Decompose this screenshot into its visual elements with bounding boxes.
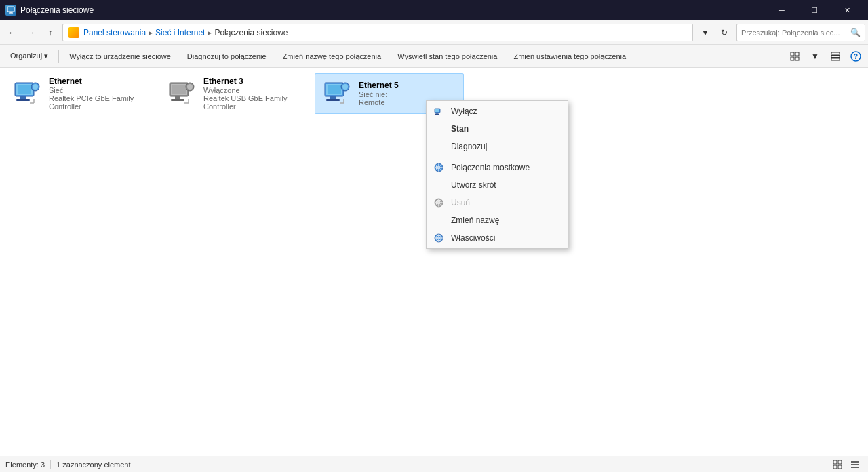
back-button[interactable]: ←: [3, 23, 22, 42]
forward-button[interactable]: →: [22, 23, 41, 42]
svg-rect-16: [16, 99, 30, 101]
disable-network-button[interactable]: Wyłącz to urządzenie sieciowe: [62, 47, 178, 65]
ethernet3-name: Ethernet 3: [203, 77, 304, 86]
help-button[interactable]: ?: [846, 47, 865, 65]
context-menu-diagnose[interactable]: Diagnozuj: [427, 138, 568, 155]
view-list-button[interactable]: [826, 47, 845, 65]
ethernet-name: Ethernet: [49, 77, 149, 86]
svg-rect-7: [831, 52, 840, 54]
svg-text:?: ?: [854, 53, 858, 60]
search-input[interactable]: [741, 28, 850, 37]
svg-rect-23: [172, 85, 186, 94]
context-menu: Wyłącz Stan Diagnozuj Połączenia mostkow…: [426, 100, 568, 249]
svg-rect-5: [791, 57, 794, 60]
search-bar[interactable]: 🔍: [736, 24, 865, 41]
organize-button[interactable]: Organizuj ▾: [3, 47, 56, 65]
svg-rect-3: [791, 52, 794, 56]
disable-icon: [432, 104, 446, 118]
breadcrumb-network[interactable]: Sieć i Internet: [155, 28, 205, 37]
network-item-ethernet3[interactable]: Ethernet 3 Wyłączone Realtek USB GbE Fam…: [160, 73, 309, 114]
context-menu-delete: Usuń: [427, 194, 568, 212]
ethernet3-adapter: Realtek USB GbE Family Controller: [203, 94, 304, 111]
context-menu-stan[interactable]: Stan: [427, 120, 568, 138]
ethernet3-info: Ethernet 3 Wyłączone Realtek USB GbE Fam…: [203, 77, 304, 111]
svg-point-36: [342, 84, 348, 90]
context-menu-shortcut[interactable]: Utwórz skrót: [427, 176, 568, 194]
context-menu-bridge[interactable]: Połączenia mostkowe: [427, 159, 568, 176]
ethernet5-status: Sieć nie:: [359, 90, 458, 98]
svg-rect-14: [18, 85, 31, 94]
close-button[interactable]: ✕: [831, 0, 863, 20]
svg-rect-0: [7, 7, 14, 12]
svg-rect-58: [833, 460, 837, 464]
minimize-button[interactable]: ─: [766, 0, 797, 20]
app-icon: [5, 5, 16, 16]
svg-rect-40: [435, 109, 439, 112]
context-bridge-label: Połączenia mostkowe: [451, 163, 530, 172]
ethernet-status: Sieć: [49, 86, 149, 94]
svg-rect-34: [326, 99, 340, 101]
breadcrumb-sep-2: ▸: [208, 28, 212, 37]
svg-rect-8: [831, 55, 840, 57]
context-properties-label: Właściwości: [451, 233, 495, 243]
view-dropdown-button[interactable]: ▼: [806, 47, 825, 65]
svg-rect-15: [20, 96, 26, 99]
breadcrumb-sep-1: ▸: [149, 28, 153, 37]
breadcrumb: Panel sterowania ▸ Sieć i Internet ▸ Poł…: [62, 24, 693, 41]
svg-rect-6: [795, 57, 799, 60]
context-menu-properties[interactable]: Właściwości: [427, 229, 568, 247]
window-title: Połączenia sieciowe: [20, 5, 766, 15]
svg-rect-32: [328, 85, 341, 94]
status-view-controls: [830, 458, 863, 471]
refresh-button[interactable]: ↻: [715, 23, 734, 42]
breadcrumb-icon: [68, 27, 79, 38]
svg-rect-4: [795, 52, 799, 56]
maximize-button[interactable]: ☐: [799, 0, 830, 20]
svg-rect-59: [838, 460, 842, 464]
bridge-icon: [432, 161, 446, 174]
selected-count: 1 zaznaczony element: [56, 460, 130, 469]
change-settings-button[interactable]: Zmień ustawienia tego połączenia: [506, 47, 633, 65]
ethernet3-status: Wyłączone: [203, 86, 304, 94]
status-list-view[interactable]: [848, 458, 863, 471]
address-bar: ← → ↑ Panel sterowania ▸ Sieć i Internet…: [0, 20, 868, 45]
ethernet5-name: Ethernet 5: [359, 81, 458, 90]
toolbar-right: ▼ ?: [785, 47, 865, 65]
ethernet3-icon: [165, 77, 198, 110]
status-grid-view[interactable]: [830, 458, 845, 471]
breadcrumb-current: Połączenia sieciowe: [214, 28, 288, 37]
breadcrumb-dropdown[interactable]: ▼: [696, 23, 715, 42]
context-shortcut-label: Utwórz skrót: [451, 180, 496, 190]
svg-rect-41: [436, 113, 438, 114]
svg-rect-61: [838, 465, 842, 469]
view-toggle-button[interactable]: [785, 47, 804, 65]
svg-rect-25: [171, 99, 184, 101]
svg-rect-33: [330, 96, 336, 99]
svg-rect-60: [833, 465, 837, 469]
view-status-button[interactable]: Wyświetl stan tego połączenia: [390, 47, 505, 65]
context-menu-rename[interactable]: Zmień nazwę: [427, 212, 568, 229]
context-menu-sep-1: [427, 157, 568, 157]
elements-count: Elementy: 3: [5, 460, 45, 469]
window-controls: ─ ☐ ✕: [766, 0, 863, 20]
ethernet5-icon: [321, 77, 353, 110]
context-delete-label: Usuń: [451, 198, 470, 208]
delete-icon: [432, 196, 446, 210]
toolbar-sep-1: [58, 50, 59, 63]
context-rename-label: Zmień nazwę: [451, 216, 499, 225]
context-menu-disable[interactable]: Wyłącz: [427, 102, 568, 120]
svg-rect-42: [435, 114, 439, 115]
title-bar: Połączenia sieciowe ─ ☐ ✕: [0, 0, 868, 20]
status-sep: [50, 460, 51, 469]
diagnose-button[interactable]: Diagnozuj to połączenie: [180, 47, 274, 65]
status-bar: Elementy: 3 1 zaznaczony element: [0, 456, 868, 472]
svg-rect-9: [831, 58, 840, 60]
breadcrumb-control-panel[interactable]: Panel sterowania: [83, 28, 146, 37]
search-icon: 🔍: [850, 28, 861, 37]
svg-point-18: [33, 84, 38, 90]
svg-rect-24: [175, 96, 180, 99]
rename-button[interactable]: Zmień nazwę tego połączenia: [275, 47, 389, 65]
network-item-ethernet[interactable]: Ethernet Sieć Realtek PCIe GbE Family Co…: [5, 73, 155, 114]
properties-icon: [432, 231, 446, 245]
up-button[interactable]: ↑: [41, 23, 60, 42]
